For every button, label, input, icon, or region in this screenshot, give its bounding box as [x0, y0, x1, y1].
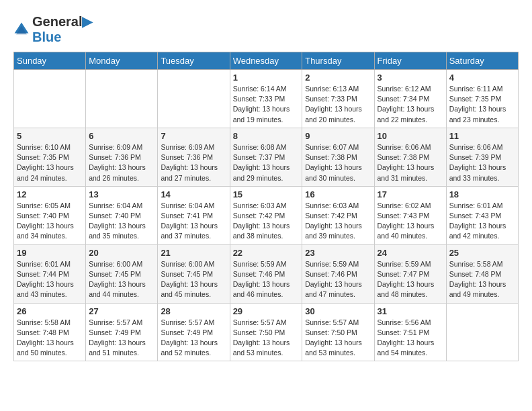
day-info: Sunrise: 6:10 AM Sunset: 7:35 PM Dayligh… [17, 142, 83, 183]
logo-icon [13, 21, 30, 38]
day-number: 30 [305, 306, 371, 316]
calendar-header: SundayMondayTuesdayWednesdayThursdayFrid… [14, 52, 519, 70]
day-number: 23 [305, 248, 371, 258]
day-info: Sunrise: 5:59 AM Sunset: 7:46 PM Dayligh… [305, 259, 371, 300]
day-info: Sunrise: 5:57 AM Sunset: 7:50 PM Dayligh… [305, 318, 371, 359]
day-info: Sunrise: 6:05 AM Sunset: 7:40 PM Dayligh… [17, 201, 83, 242]
calendar-cell: 27Sunrise: 5:57 AM Sunset: 7:49 PM Dayli… [86, 303, 158, 361]
day-number: 20 [89, 248, 154, 258]
day-info: Sunrise: 6:06 AM Sunset: 7:39 PM Dayligh… [449, 142, 515, 183]
calendar-cell: 12Sunrise: 6:05 AM Sunset: 7:40 PM Dayli… [14, 186, 86, 244]
day-info: Sunrise: 5:57 AM Sunset: 7:50 PM Dayligh… [233, 318, 300, 359]
day-info: Sunrise: 6:06 AM Sunset: 7:38 PM Dayligh… [378, 142, 443, 183]
day-number: 11 [449, 131, 515, 141]
calendar-cell: 31Sunrise: 5:56 AM Sunset: 7:51 PM Dayli… [374, 303, 446, 361]
calendar-cell [446, 303, 518, 361]
calendar-cell: 23Sunrise: 5:59 AM Sunset: 7:46 PM Dayli… [302, 244, 374, 303]
day-number: 2 [305, 73, 371, 83]
day-info: Sunrise: 6:03 AM Sunset: 7:42 PM Dayligh… [233, 201, 300, 242]
calendar-cell: 7Sunrise: 6:09 AM Sunset: 7:36 PM Daylig… [158, 128, 230, 186]
week-row-2: 5Sunrise: 6:10 AM Sunset: 7:35 PM Daylig… [14, 128, 519, 186]
calendar-cell: 9Sunrise: 6:07 AM Sunset: 7:38 PM Daylig… [302, 128, 374, 186]
day-info: Sunrise: 6:00 AM Sunset: 7:45 PM Dayligh… [161, 259, 226, 300]
day-number: 9 [305, 131, 371, 141]
day-header-sunday: Sunday [14, 52, 86, 70]
calendar-cell: 6Sunrise: 6:09 AM Sunset: 7:36 PM Daylig… [86, 128, 158, 186]
day-number: 3 [378, 73, 443, 83]
day-info: Sunrise: 5:57 AM Sunset: 7:49 PM Dayligh… [89, 318, 154, 359]
day-number: 19 [17, 248, 83, 258]
day-number: 14 [161, 189, 226, 199]
calendar-cell: 14Sunrise: 6:04 AM Sunset: 7:41 PM Dayli… [158, 186, 230, 244]
calendar-cell: 22Sunrise: 5:59 AM Sunset: 7:46 PM Dayli… [230, 244, 302, 303]
day-info: Sunrise: 6:01 AM Sunset: 7:43 PM Dayligh… [449, 201, 515, 242]
day-number: 13 [89, 189, 154, 199]
page-header: General▶ Blue [13, 13, 519, 45]
calendar-cell: 5Sunrise: 6:10 AM Sunset: 7:35 PM Daylig… [14, 128, 86, 186]
day-info: Sunrise: 5:58 AM Sunset: 7:48 PM Dayligh… [449, 259, 515, 300]
week-row-3: 12Sunrise: 6:05 AM Sunset: 7:40 PM Dayli… [14, 186, 519, 244]
day-header-tuesday: Tuesday [158, 52, 230, 70]
calendar-cell: 2Sunrise: 6:13 AM Sunset: 7:33 PM Daylig… [302, 70, 374, 128]
calendar-cell [86, 70, 158, 128]
calendar-cell: 15Sunrise: 6:03 AM Sunset: 7:42 PM Dayli… [230, 186, 302, 244]
calendar-cell: 30Sunrise: 5:57 AM Sunset: 7:50 PM Dayli… [302, 303, 374, 361]
day-number: 15 [233, 189, 300, 199]
calendar-cell: 10Sunrise: 6:06 AM Sunset: 7:38 PM Dayli… [374, 128, 446, 186]
day-info: Sunrise: 5:59 AM Sunset: 7:46 PM Dayligh… [233, 259, 300, 300]
calendar-cell: 18Sunrise: 6:01 AM Sunset: 7:43 PM Dayli… [446, 186, 518, 244]
day-info: Sunrise: 6:02 AM Sunset: 7:43 PM Dayligh… [378, 201, 443, 242]
calendar-cell: 11Sunrise: 6:06 AM Sunset: 7:39 PM Dayli… [446, 128, 518, 186]
day-header-monday: Monday [86, 52, 158, 70]
calendar-cell: 4Sunrise: 6:11 AM Sunset: 7:35 PM Daylig… [446, 70, 518, 128]
day-info: Sunrise: 6:04 AM Sunset: 7:40 PM Dayligh… [89, 201, 154, 242]
day-number: 24 [378, 248, 443, 258]
calendar-cell: 17Sunrise: 6:02 AM Sunset: 7:43 PM Dayli… [374, 186, 446, 244]
calendar-cell: 26Sunrise: 5:58 AM Sunset: 7:48 PM Dayli… [14, 303, 86, 361]
day-number: 28 [161, 306, 226, 316]
calendar-cell: 3Sunrise: 6:12 AM Sunset: 7:34 PM Daylig… [374, 70, 446, 128]
day-number: 12 [17, 189, 83, 199]
day-info: Sunrise: 6:00 AM Sunset: 7:45 PM Dayligh… [89, 259, 154, 300]
day-info: Sunrise: 6:09 AM Sunset: 7:36 PM Dayligh… [161, 142, 226, 183]
day-number: 6 [89, 131, 154, 141]
day-info: Sunrise: 5:58 AM Sunset: 7:48 PM Dayligh… [17, 318, 83, 359]
day-number: 21 [161, 248, 226, 258]
week-row-5: 26Sunrise: 5:58 AM Sunset: 7:48 PM Dayli… [14, 303, 519, 361]
day-number: 29 [233, 306, 300, 316]
day-number: 31 [378, 306, 443, 316]
day-number: 8 [233, 131, 300, 141]
calendar-cell: 25Sunrise: 5:58 AM Sunset: 7:48 PM Dayli… [446, 244, 518, 303]
week-row-1: 1Sunrise: 6:14 AM Sunset: 7:33 PM Daylig… [14, 70, 519, 128]
day-number: 5 [17, 131, 83, 141]
calendar-cell: 8Sunrise: 6:08 AM Sunset: 7:37 PM Daylig… [230, 128, 302, 186]
day-info: Sunrise: 6:13 AM Sunset: 7:33 PM Dayligh… [305, 84, 371, 125]
day-info: Sunrise: 6:07 AM Sunset: 7:38 PM Dayligh… [305, 142, 371, 183]
day-info: Sunrise: 6:12 AM Sunset: 7:34 PM Dayligh… [378, 84, 443, 125]
day-header-wednesday: Wednesday [230, 52, 302, 70]
calendar-cell: 21Sunrise: 6:00 AM Sunset: 7:45 PM Dayli… [158, 244, 230, 303]
day-header-saturday: Saturday [446, 52, 518, 70]
day-number: 25 [449, 248, 515, 258]
calendar-table: SundayMondayTuesdayWednesdayThursdayFrid… [13, 52, 519, 361]
day-number: 17 [378, 189, 443, 199]
day-info: Sunrise: 5:57 AM Sunset: 7:49 PM Dayligh… [161, 318, 226, 359]
calendar-cell: 13Sunrise: 6:04 AM Sunset: 7:40 PM Dayli… [86, 186, 158, 244]
logo: General▶ Blue [13, 13, 92, 45]
day-info: Sunrise: 6:03 AM Sunset: 7:42 PM Dayligh… [305, 201, 371, 242]
day-info: Sunrise: 6:04 AM Sunset: 7:41 PM Dayligh… [161, 201, 226, 242]
week-row-4: 19Sunrise: 6:01 AM Sunset: 7:44 PM Dayli… [14, 244, 519, 303]
calendar-cell: 24Sunrise: 5:59 AM Sunset: 7:47 PM Dayli… [374, 244, 446, 303]
day-number: 27 [89, 306, 154, 316]
day-info: Sunrise: 6:01 AM Sunset: 7:44 PM Dayligh… [17, 259, 83, 300]
calendar-cell: 20Sunrise: 6:00 AM Sunset: 7:45 PM Dayli… [86, 244, 158, 303]
calendar-cell: 19Sunrise: 6:01 AM Sunset: 7:44 PM Dayli… [14, 244, 86, 303]
calendar-cell: 28Sunrise: 5:57 AM Sunset: 7:49 PM Dayli… [158, 303, 230, 361]
day-header-thursday: Thursday [302, 52, 374, 70]
day-number: 1 [233, 73, 300, 83]
calendar-cell: 29Sunrise: 5:57 AM Sunset: 7:50 PM Dayli… [230, 303, 302, 361]
day-number: 18 [449, 189, 515, 199]
day-number: 22 [233, 248, 300, 258]
day-number: 16 [305, 189, 371, 199]
day-info: Sunrise: 6:08 AM Sunset: 7:37 PM Dayligh… [233, 142, 300, 183]
